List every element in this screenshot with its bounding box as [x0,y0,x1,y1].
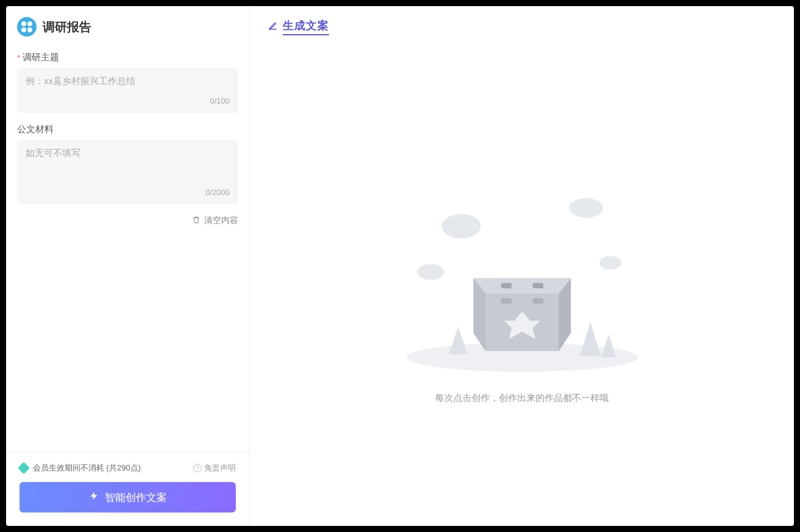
topic-input[interactable] [26,76,230,90]
material-field: 公文材料 0/2000 [17,124,238,204]
svg-rect-12 [533,298,543,303]
clear-content-button[interactable]: 清空内容 [192,215,238,226]
svg-rect-10 [533,283,543,288]
right-panel-header: 生成文案 [268,18,776,35]
credits-diamond-icon [18,462,30,474]
material-label: 公文材料 [17,124,54,135]
empty-state-text: 每次点击创作，创作出来的作品都不一样哦 [364,392,681,404]
svg-point-4 [600,256,621,269]
material-counter: 0/2000 [26,188,230,197]
empty-illustration-icon [394,174,650,381]
topic-label: 调研主题 [23,52,59,63]
svg-point-2 [569,198,603,218]
page-title: 调研报告 [43,19,91,35]
generate-button-label: 智能创作文案 [105,491,167,505]
svg-rect-9 [501,283,512,288]
topic-counter: 0/100 [26,96,230,105]
pencil-icon [268,21,278,33]
left-panel-header: 调研报告 [6,6,249,43]
question-circle-icon: ? [193,464,202,472]
trash-icon [192,216,200,226]
svg-point-3 [417,264,444,280]
svg-marker-6 [473,278,571,293]
material-input[interactable] [26,147,230,182]
clear-content-label: 清空内容 [204,215,238,226]
bolt-icon [89,491,99,505]
required-marker: * [17,53,20,63]
disclaimer-link[interactable]: ? 免责声明 [193,463,236,473]
svg-point-1 [442,214,481,238]
app-logo-icon [17,17,37,37]
svg-rect-11 [501,298,512,303]
topic-field: * 调研主题 0/100 [17,52,238,113]
generate-button[interactable]: 智能创作文案 [19,482,236,512]
disclaimer-label: 免责声明 [204,463,236,473]
right-panel-title: 生成文案 [283,18,329,35]
credits-text: 会员生效期间不消耗 (共290点) [33,463,141,473]
empty-state: 每次点击创作，创作出来的作品都不一样哦 [364,174,681,404]
